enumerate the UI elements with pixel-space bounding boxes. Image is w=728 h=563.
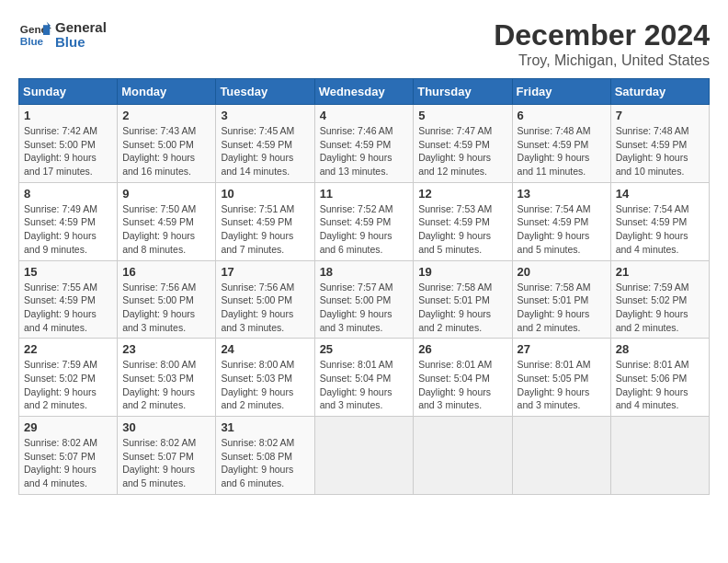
calendar-header-row: SundayMondayTuesdayWednesdayThursdayFrid… [19, 79, 710, 105]
calendar-cell: 10Sunrise: 7:51 AM Sunset: 4:59 PM Dayli… [216, 182, 314, 260]
day-info: Sunrise: 8:00 AM Sunset: 5:03 PM Dayligh… [221, 358, 309, 412]
svg-marker-2 [43, 25, 50, 35]
day-number: 25 [320, 342, 409, 356]
calendar-cell: 1Sunrise: 7:42 AM Sunset: 5:00 PM Daylig… [19, 105, 118, 183]
calendar-cell: 7Sunrise: 7:48 AM Sunset: 4:59 PM Daylig… [610, 105, 709, 183]
day-info: Sunrise: 7:48 AM Sunset: 4:59 PM Dayligh… [518, 124, 606, 178]
day-number: 13 [518, 187, 606, 201]
calendar-cell: 26Sunrise: 8:01 AM Sunset: 5:04 PM Dayli… [414, 339, 512, 417]
calendar-cell: 6Sunrise: 7:48 AM Sunset: 4:59 PM Daylig… [512, 105, 610, 183]
calendar-title: December 2024 [494, 18, 710, 52]
day-info: Sunrise: 7:59 AM Sunset: 5:02 PM Dayligh… [24, 358, 112, 412]
day-info: Sunrise: 8:02 AM Sunset: 5:08 PM Dayligh… [221, 436, 309, 490]
day-number: 11 [320, 187, 409, 201]
day-info: Sunrise: 7:51 AM Sunset: 4:59 PM Dayligh… [221, 202, 309, 257]
day-number: 19 [418, 265, 506, 279]
svg-text:Blue: Blue [20, 35, 44, 47]
page-header: General Blue General Blue December 2024 … [18, 18, 710, 69]
calendar-cell: 13Sunrise: 7:54 AM Sunset: 4:59 PM Dayli… [512, 182, 610, 260]
day-info: Sunrise: 7:56 AM Sunset: 5:00 PM Dayligh… [221, 281, 309, 335]
day-number: 24 [221, 342, 309, 356]
day-of-week-monday: Monday [118, 79, 216, 105]
day-info: Sunrise: 7:59 AM Sunset: 5:02 PM Dayligh… [616, 281, 704, 335]
day-number: 1 [24, 109, 112, 122]
calendar-title-block: December 2024 Troy, Michigan, United Sta… [494, 18, 710, 69]
calendar-cell: 23Sunrise: 8:00 AM Sunset: 5:03 PM Dayli… [118, 339, 216, 417]
calendar-cell: 11Sunrise: 7:52 AM Sunset: 4:59 PM Dayli… [314, 182, 414, 260]
day-number: 27 [518, 342, 606, 356]
day-number: 7 [616, 109, 704, 122]
logo-text-blue: Blue [55, 35, 107, 51]
calendar-cell: 15Sunrise: 7:55 AM Sunset: 4:59 PM Dayli… [19, 260, 118, 339]
day-number: 16 [122, 265, 210, 279]
day-number: 28 [616, 342, 704, 356]
day-number: 3 [221, 109, 309, 122]
calendar-week-3: 15Sunrise: 7:55 AM Sunset: 4:59 PM Dayli… [19, 260, 710, 339]
day-of-week-sunday: Sunday [19, 79, 118, 105]
day-info: Sunrise: 7:45 AM Sunset: 4:59 PM Dayligh… [221, 124, 309, 178]
calendar-cell: 5Sunrise: 7:47 AM Sunset: 4:59 PM Daylig… [414, 105, 512, 183]
day-of-week-thursday: Thursday [414, 79, 512, 105]
day-of-week-tuesday: Tuesday [216, 79, 314, 105]
logo-text-general: General [55, 20, 107, 36]
calendar-cell: 31Sunrise: 8:02 AM Sunset: 5:08 PM Dayli… [216, 417, 314, 495]
day-number: 14 [616, 187, 704, 201]
calendar-cell: 2Sunrise: 7:43 AM Sunset: 5:00 PM Daylig… [118, 105, 216, 183]
calendar-week-2: 8Sunrise: 7:49 AM Sunset: 4:59 PM Daylig… [19, 182, 710, 260]
calendar-week-1: 1Sunrise: 7:42 AM Sunset: 5:00 PM Daylig… [19, 105, 710, 183]
day-number: 30 [122, 420, 210, 434]
calendar-cell: 27Sunrise: 8:01 AM Sunset: 5:05 PM Dayli… [512, 339, 610, 417]
calendar-cell: 28Sunrise: 8:01 AM Sunset: 5:06 PM Dayli… [610, 339, 709, 417]
calendar-cell [314, 417, 414, 495]
day-info: Sunrise: 7:53 AM Sunset: 4:59 PM Dayligh… [418, 202, 506, 257]
calendar-cell: 12Sunrise: 7:53 AM Sunset: 4:59 PM Dayli… [414, 182, 512, 260]
calendar-table: SundayMondayTuesdayWednesdayThursdayFrid… [18, 78, 710, 495]
day-info: Sunrise: 7:49 AM Sunset: 4:59 PM Dayligh… [24, 202, 112, 257]
calendar-cell: 20Sunrise: 7:58 AM Sunset: 5:01 PM Dayli… [512, 260, 610, 339]
day-number: 15 [24, 265, 112, 279]
day-info: Sunrise: 7:56 AM Sunset: 5:00 PM Dayligh… [122, 281, 210, 335]
day-number: 2 [122, 109, 210, 122]
day-number: 17 [221, 265, 309, 279]
day-info: Sunrise: 7:43 AM Sunset: 5:00 PM Dayligh… [122, 124, 210, 178]
calendar-cell: 21Sunrise: 7:59 AM Sunset: 5:02 PM Dayli… [610, 260, 709, 339]
day-number: 20 [518, 265, 606, 279]
calendar-cell: 25Sunrise: 8:01 AM Sunset: 5:04 PM Dayli… [314, 339, 414, 417]
calendar-cell: 8Sunrise: 7:49 AM Sunset: 4:59 PM Daylig… [19, 182, 118, 260]
day-number: 22 [24, 342, 112, 356]
calendar-cell: 14Sunrise: 7:54 AM Sunset: 4:59 PM Dayli… [610, 182, 709, 260]
day-number: 10 [221, 187, 309, 201]
day-info: Sunrise: 7:48 AM Sunset: 4:59 PM Dayligh… [616, 124, 704, 178]
day-number: 31 [221, 420, 309, 434]
calendar-cell: 19Sunrise: 7:58 AM Sunset: 5:01 PM Dayli… [414, 260, 512, 339]
day-info: Sunrise: 7:50 AM Sunset: 4:59 PM Dayligh… [122, 202, 210, 257]
day-info: Sunrise: 8:02 AM Sunset: 5:07 PM Dayligh… [24, 436, 112, 490]
calendar-cell: 9Sunrise: 7:50 AM Sunset: 4:59 PM Daylig… [118, 182, 216, 260]
calendar-cell [512, 417, 610, 495]
calendar-cell: 16Sunrise: 7:56 AM Sunset: 5:00 PM Dayli… [118, 260, 216, 339]
day-info: Sunrise: 7:52 AM Sunset: 4:59 PM Dayligh… [320, 202, 409, 257]
calendar-cell [414, 417, 512, 495]
day-info: Sunrise: 7:55 AM Sunset: 4:59 PM Dayligh… [24, 281, 112, 335]
day-info: Sunrise: 7:46 AM Sunset: 4:59 PM Dayligh… [320, 124, 409, 178]
day-info: Sunrise: 7:58 AM Sunset: 5:01 PM Dayligh… [418, 281, 506, 335]
day-info: Sunrise: 8:02 AM Sunset: 5:07 PM Dayligh… [122, 436, 210, 490]
calendar-cell [610, 417, 709, 495]
day-info: Sunrise: 7:47 AM Sunset: 4:59 PM Dayligh… [418, 124, 506, 178]
logo: General Blue General Blue [18, 18, 107, 52]
day-number: 4 [320, 109, 409, 122]
calendar-week-5: 29Sunrise: 8:02 AM Sunset: 5:07 PM Dayli… [19, 417, 710, 495]
day-number: 18 [320, 265, 409, 279]
day-info: Sunrise: 7:57 AM Sunset: 5:00 PM Dayligh… [320, 281, 409, 335]
day-info: Sunrise: 7:54 AM Sunset: 4:59 PM Dayligh… [518, 202, 606, 257]
calendar-cell: 29Sunrise: 8:02 AM Sunset: 5:07 PM Dayli… [19, 417, 118, 495]
day-number: 29 [24, 420, 112, 434]
day-info: Sunrise: 7:42 AM Sunset: 5:00 PM Dayligh… [24, 124, 112, 178]
calendar-cell: 3Sunrise: 7:45 AM Sunset: 4:59 PM Daylig… [216, 105, 314, 183]
day-number: 23 [122, 342, 210, 356]
calendar-cell: 18Sunrise: 7:57 AM Sunset: 5:00 PM Dayli… [314, 260, 414, 339]
day-info: Sunrise: 7:54 AM Sunset: 4:59 PM Dayligh… [616, 202, 704, 257]
day-of-week-friday: Friday [512, 79, 610, 105]
day-number: 9 [122, 187, 210, 201]
logo-icon: General Blue [18, 18, 51, 52]
